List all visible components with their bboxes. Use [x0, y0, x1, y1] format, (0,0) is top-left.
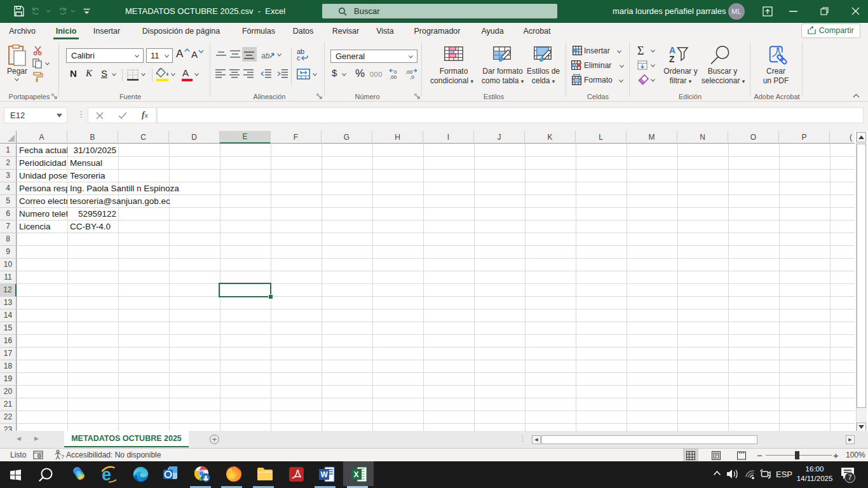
svg-text:Z: Z: [669, 54, 675, 63]
svg-text:,0: ,0: [410, 74, 414, 80]
svg-text:c: c: [297, 54, 301, 62]
svg-text:W: W: [321, 470, 329, 479]
svg-text:,00: ,00: [390, 74, 397, 80]
svg-text:?: ?: [61, 454, 64, 460]
svg-text:ab: ab: [261, 51, 270, 60]
svg-text:X: X: [354, 470, 359, 479]
